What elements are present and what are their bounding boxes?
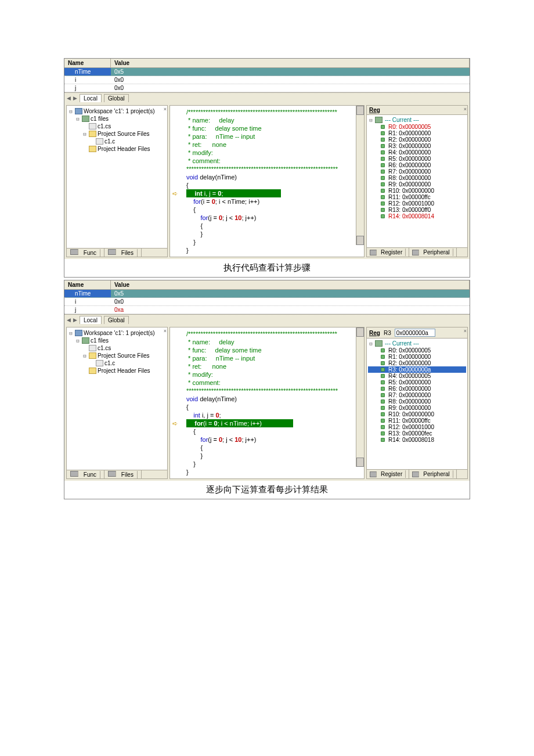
- register-row[interactable]: R8: 0x00000000: [368, 398, 466, 405]
- variable-row[interactable]: nTime0x5: [64, 290, 470, 298]
- register-row[interactable]: R2: 0x00000000: [368, 136, 466, 143]
- register-row[interactable]: R6: 0x00000000: [368, 162, 466, 168]
- peripheral-icon: [412, 250, 419, 255]
- col-header-value: Value: [111, 280, 470, 289]
- register-row[interactable]: R10: 0x00000000: [368, 411, 466, 417]
- workspace-tree: × ⊟Workspace 'c1': 1 project(s) ⊟c1 file…: [66, 327, 168, 479]
- tree-file-cs[interactable]: c1.cs: [68, 344, 166, 352]
- code-editor[interactable]: /***************************************…: [169, 105, 365, 257]
- close-icon[interactable]: ×: [164, 328, 167, 334]
- nav-right-icon[interactable]: ▶: [73, 317, 77, 323]
- nav-left-icon[interactable]: ◀: [67, 95, 71, 101]
- register-panel: × Reg R3 ⊟--- Current --- R0: 0x00000005…: [366, 327, 468, 479]
- register-row[interactable]: R3: 0x00000000: [368, 143, 466, 149]
- func-icon: [70, 249, 78, 255]
- code-editor[interactable]: /***************************************…: [169, 327, 365, 479]
- reg-value-input[interactable]: [395, 329, 435, 337]
- register-row[interactable]: R5: 0x00000000: [368, 379, 466, 386]
- register-row[interactable]: R12: 0x00001000: [368, 200, 466, 207]
- tree-workspace[interactable]: ⊟Workspace 'c1': 1 project(s): [68, 329, 166, 337]
- tree-source-folder[interactable]: ⊟Project Source Files: [68, 130, 166, 138]
- close-icon[interactable]: ×: [464, 106, 467, 112]
- caption-2: 逐步向下运算查看每步计算结果: [64, 481, 470, 499]
- tab-func[interactable]: Func: [67, 249, 104, 257]
- tab-peripheral[interactable]: Peripheral: [409, 248, 457, 257]
- variables-panel: Name Value nTime0x5i0x0j0xa ◀ ▶ Local Gl…: [64, 280, 470, 325]
- register-row[interactable]: R14: 0x00008018: [368, 437, 466, 443]
- register-row[interactable]: R13: 0x00000fec: [368, 430, 466, 437]
- register-row[interactable]: R11: 0x00000ffc: [368, 194, 466, 200]
- register-row[interactable]: R10: 0x00000000: [368, 188, 466, 194]
- caption-1: 执行代码查看计算步骤: [64, 259, 470, 277]
- register-row[interactable]: R14: 0x00008014: [368, 213, 466, 219]
- variable-row[interactable]: i0x0: [64, 76, 470, 84]
- tree-header-folder[interactable]: Project Header Files: [68, 367, 166, 375]
- variable-row[interactable]: i0x0: [64, 298, 470, 306]
- scrollbar[interactable]: [356, 106, 364, 245]
- tree-file-cs[interactable]: c1.cs: [68, 123, 166, 130]
- tab-local[interactable]: Local: [80, 94, 102, 102]
- tab-register[interactable]: Register: [367, 248, 409, 257]
- register-row[interactable]: R7: 0x00000000: [368, 168, 466, 175]
- register-row[interactable]: R7: 0x00000000: [368, 392, 466, 398]
- register-row[interactable]: R4: 0x00000000: [368, 149, 466, 156]
- tab-func[interactable]: Func: [67, 470, 104, 478]
- func-icon: [70, 471, 78, 477]
- tab-global[interactable]: Global: [104, 316, 129, 324]
- tree-file-c[interactable]: c1.c: [68, 138, 166, 145]
- register-row[interactable]: R2: 0x00000000: [368, 360, 466, 366]
- tree-project[interactable]: ⊟c1 files: [68, 337, 166, 344]
- nav-left-icon[interactable]: ◀: [67, 317, 71, 323]
- register-icon: [370, 471, 377, 477]
- register-row[interactable]: R3: 0x0000000a: [368, 366, 466, 373]
- col-header-value: Value: [111, 59, 470, 67]
- close-icon[interactable]: ×: [164, 106, 167, 112]
- reg-selected-name: R3: [384, 330, 391, 336]
- tab-register[interactable]: Register: [367, 470, 409, 478]
- tab-peripheral[interactable]: Peripheral: [409, 470, 457, 478]
- register-row[interactable]: R6: 0x00000000: [368, 386, 466, 392]
- tab-files[interactable]: Files: [104, 249, 142, 257]
- register-row[interactable]: R1: 0x00000000: [368, 354, 466, 360]
- register-row[interactable]: R0: 0x00000005: [368, 347, 466, 354]
- tree-project[interactable]: ⊟c1 files: [68, 115, 166, 123]
- reg-label: Reg: [369, 330, 380, 336]
- register-row[interactable]: R8: 0x00000000: [368, 175, 466, 181]
- peripheral-icon: [412, 471, 419, 477]
- register-row[interactable]: R4: 0x00000005: [368, 373, 466, 379]
- variable-row[interactable]: nTime0x5: [64, 68, 470, 76]
- register-row[interactable]: R9: 0x00000000: [368, 181, 466, 188]
- register-row[interactable]: R12: 0x00001000: [368, 424, 466, 430]
- register-icon: [370, 250, 377, 255]
- variables-panel: Name Value nTime0x5i0x0j0x0 ◀ ▶ Local Gl…: [64, 59, 470, 103]
- register-panel: × Reg ⊟--- Current --- R0: 0x00000005R1:…: [366, 105, 468, 257]
- close-icon[interactable]: ×: [464, 328, 467, 334]
- tab-local[interactable]: Local: [80, 316, 102, 324]
- tree-workspace[interactable]: ⊟Workspace 'c1': 1 project(s): [68, 107, 166, 115]
- col-header-name: Name: [64, 59, 111, 67]
- variable-row[interactable]: j0xa: [64, 306, 470, 314]
- tree-source-folder[interactable]: ⊟Project Source Files: [68, 352, 166, 359]
- tree-header-folder[interactable]: Project Header Files: [68, 145, 166, 153]
- variable-row[interactable]: j0x0: [64, 84, 470, 92]
- files-icon: [108, 249, 116, 255]
- col-header-name: Name: [64, 280, 111, 289]
- register-row[interactable]: R5: 0x00000000: [368, 156, 466, 162]
- workspace-tree: × ⊟Workspace 'c1': 1 project(s) ⊟c1 file…: [66, 105, 168, 257]
- tab-files[interactable]: Files: [104, 470, 142, 478]
- tree-file-c[interactable]: c1.c: [68, 359, 166, 367]
- register-row[interactable]: R9: 0x00000000: [368, 405, 466, 411]
- files-icon: [108, 471, 116, 477]
- register-row[interactable]: R0: 0x00000005: [368, 124, 466, 130]
- register-row[interactable]: R1: 0x00000000: [368, 130, 466, 136]
- tab-global[interactable]: Global: [104, 94, 129, 102]
- register-row[interactable]: R11: 0x00000ffc: [368, 417, 466, 424]
- register-row[interactable]: R13: 0x00000ff0: [368, 207, 466, 213]
- nav-right-icon[interactable]: ▶: [73, 95, 77, 101]
- reg-label: Reg: [369, 107, 380, 113]
- scrollbar[interactable]: [356, 327, 364, 467]
